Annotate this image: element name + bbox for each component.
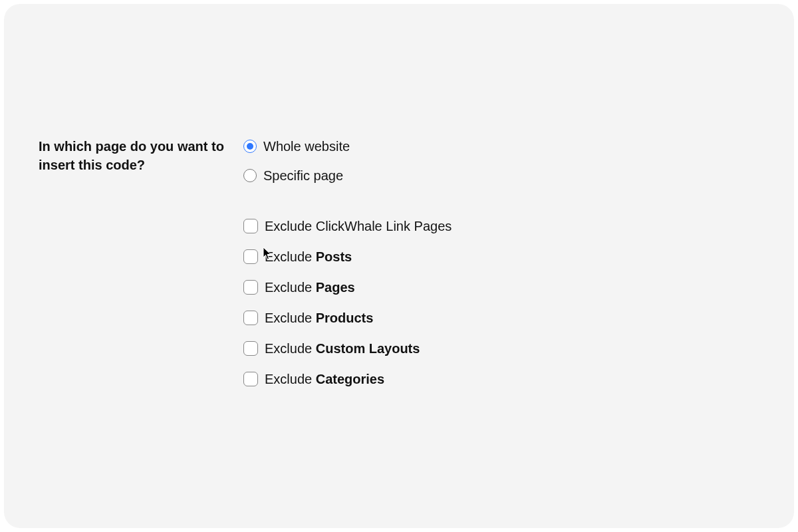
checkbox-icon (243, 311, 258, 325)
checkbox-icon (243, 341, 258, 356)
checkbox-label: Exclude Products (265, 311, 373, 326)
checkbox-icon (243, 219, 258, 233)
radio-option-specific-page[interactable]: Specific page (243, 166, 452, 185)
question-label: In which page do you want to insert this… (39, 137, 243, 174)
checkbox-exclude-custom-layouts[interactable]: Exclude Custom Layouts (243, 339, 452, 358)
settings-panel: In which page do you want to insert this… (4, 4, 794, 528)
checkbox-label: Exclude ClickWhale Link Pages (265, 219, 452, 234)
checkbox-exclude-categories[interactable]: Exclude Categories (243, 370, 452, 388)
checkbox-label: Exclude Pages (265, 280, 355, 295)
radio-label: Specific page (263, 168, 343, 184)
checkbox-exclude-pages[interactable]: Exclude Pages (243, 278, 452, 297)
checkbox-label: Exclude Custom Layouts (265, 341, 420, 356)
checkbox-exclude-products[interactable]: Exclude Products (243, 309, 452, 327)
radio-icon (243, 169, 257, 182)
checkbox-icon (243, 372, 258, 386)
radio-option-whole-website[interactable]: Whole website (243, 137, 452, 156)
checkbox-exclude-clickwhale-link-pages[interactable]: Exclude ClickWhale Link Pages (243, 217, 452, 235)
checkbox-label: Exclude Posts (265, 249, 352, 265)
radio-icon (243, 140, 257, 153)
page-scope-radio-group: Whole website Specific page (243, 137, 452, 185)
checkbox-icon (243, 280, 258, 295)
controls-column: Whole website Specific page Exclude Clic… (243, 137, 452, 400)
checkbox-label: Exclude Categories (265, 372, 384, 387)
radio-label: Whole website (263, 139, 350, 154)
checkbox-icon (243, 249, 258, 264)
checkbox-exclude-posts[interactable]: Exclude Posts (243, 247, 452, 266)
exclude-list: Exclude ClickWhale Link Pages Exclude Po… (243, 217, 452, 388)
